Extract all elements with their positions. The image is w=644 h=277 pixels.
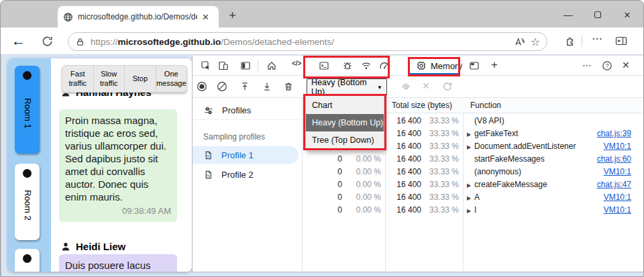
globe-icon <box>63 12 73 22</box>
elements-code-icon[interactable]: </> <box>292 60 301 67</box>
favorite-star-icon[interactable]: ☆ <box>531 36 540 48</box>
refresh-icon <box>442 81 453 92</box>
fast-traffic-button[interactable]: Fast traffic <box>62 66 94 92</box>
source-link[interactable]: VM10:1 <box>604 204 631 217</box>
browser-tab[interactable]: microsoftedge.github.io/Demos/de ✕ <box>58 6 219 27</box>
sampling-profiles-label: Sampling profiles <box>203 132 265 142</box>
message-author: Heidi Liew <box>60 241 125 252</box>
maximize-button[interactable] <box>588 7 608 22</box>
bug-icon[interactable] <box>342 60 353 71</box>
profiles-header[interactable]: Profiles <box>193 101 302 120</box>
profile-doc-icon: % <box>203 150 213 160</box>
address-bar[interactable]: https://microsoftedge.github.io/Demos/de… <box>68 32 547 51</box>
expander-icon: ▶ <box>467 205 471 217</box>
record-heap-icon[interactable] <box>197 81 207 92</box>
profiles-sidebar: Profiles Sampling profiles % Profile 1 %… <box>193 98 302 271</box>
save-profile-icon[interactable] <box>262 81 272 92</box>
room-tab-1[interactable]: Room 1 <box>15 66 40 154</box>
minimize-button[interactable]: — <box>558 7 578 22</box>
console-icon[interactable] <box>319 60 329 71</box>
room-tab-2[interactable]: Room 2 <box>15 164 40 240</box>
new-tab-button[interactable]: + <box>229 9 236 21</box>
expander-icon: ▶ <box>467 192 471 205</box>
grid-row[interactable]: 00.00 % 16 40033.33 % ▶createFakeMessage… <box>303 178 644 191</box>
toolbar-divider <box>258 60 258 71</box>
back-button[interactable]: ← <box>11 33 25 49</box>
unread-dot <box>23 254 32 263</box>
column-header-function[interactable]: Function <box>470 101 501 110</box>
room-tab-3[interactable] <box>15 249 40 272</box>
tab-close-icon[interactable]: ✕ <box>202 13 209 21</box>
performance-gauge-icon[interactable] <box>379 60 390 71</box>
panel-layout-icon[interactable] <box>469 60 480 71</box>
view-selector-menu: Chart Heavy (Bottom Up) Tree (Top Down) <box>305 95 384 151</box>
inspect-icon[interactable] <box>201 60 211 71</box>
expander-icon: ▶ <box>467 179 471 192</box>
browser-toolbar: ← https://microsoftedge.github.io/Demos/… <box>1 27 644 55</box>
chat-column: Hannah Haynes Fast traffic Slow traffic … <box>51 58 192 272</box>
url-text: https://microsoftedge.github.io/Demos/de… <box>91 37 508 47</box>
source-link[interactable]: VM10:1 <box>604 191 631 204</box>
active-tab-underline <box>410 73 458 75</box>
one-message-button[interactable]: One message <box>156 66 187 92</box>
unread-dot <box>23 169 32 178</box>
chat-app-card: Room 1 Room 2 Hannah Haynes Fast traffic <box>8 58 192 272</box>
devtools-tabbar: </> <box>193 56 644 76</box>
read-aloud-icon[interactable] <box>514 37 525 47</box>
lock-icon <box>75 37 85 47</box>
devtools-close-icon[interactable]: ✕ <box>622 60 630 70</box>
devtools-menu-icon[interactable]: ⋯ <box>582 60 592 70</box>
source-link[interactable]: chat.js:60 <box>597 153 631 166</box>
source-link[interactable]: chat.js:47 <box>597 178 631 191</box>
device-emulation-icon[interactable] <box>218 60 229 71</box>
memory-chip-icon <box>416 60 427 71</box>
browser-window: microsoftedge.github.io/Demos/de ✕ + — ✕… <box>0 0 644 277</box>
expander-icon: ▶ <box>467 141 471 154</box>
network-wifi-icon[interactable] <box>361 60 372 71</box>
dock-side-icon[interactable] <box>240 60 251 71</box>
chevron-down-icon: ▼ <box>377 85 382 91</box>
tab-title: microsoftedge.github.io/Demos/de <box>78 12 197 21</box>
load-profile-icon[interactable] <box>239 81 250 92</box>
sliders-icon <box>203 105 214 116</box>
toolbar-divider <box>582 35 582 47</box>
stop-button[interactable]: Stop <box>125 66 156 92</box>
message-timestamp: 09:38:49 AM <box>65 205 171 217</box>
source-link[interactable]: VM10:1 <box>604 166 631 178</box>
person-icon <box>60 241 71 252</box>
view-selector-dropdown[interactable]: Heavy (Bottom Up) ▼ <box>307 78 387 96</box>
svg-text:%: % <box>207 154 210 158</box>
profile-doc-icon: % <box>203 170 213 180</box>
page-background: Room 1 Room 2 Hannah Haynes Fast traffic <box>1 55 644 277</box>
reload-button[interactable] <box>41 35 54 48</box>
menu-item-chart[interactable]: Chart <box>306 97 384 114</box>
sidebar-toggle-icon[interactable] <box>615 36 627 46</box>
svg-text:%: % <box>207 174 210 178</box>
clear-all-icon[interactable] <box>217 81 227 92</box>
column-header-total[interactable]: Total size (bytes) <box>392 101 452 110</box>
menu-item-tree[interactable]: Tree (Top Down) <box>306 131 384 149</box>
browser-menu-icon[interactable]: ⋯ <box>592 32 603 45</box>
menu-item-heavy[interactable]: Heavy (Bottom Up) <box>306 114 384 131</box>
window-close-button[interactable]: ✕ <box>617 7 637 22</box>
eye-icon <box>400 81 411 92</box>
home-icon[interactable] <box>266 60 277 71</box>
expander-icon: ▶ <box>467 128 471 141</box>
grid-row[interactable]: 00.00 % 16 40033.33 % ▶I VM10:1 <box>303 204 644 217</box>
grid-row[interactable]: 00.00 % 16 40033.33 % startFakeMessages … <box>303 153 644 166</box>
slow-traffic-button[interactable]: Slow traffic <box>94 66 125 92</box>
profile-item-2[interactable]: % Profile 2 <box>193 166 299 183</box>
traffic-buttons: Fast traffic Slow traffic Stop One messa… <box>62 65 187 93</box>
grid-row[interactable]: 00.00 % 16 40033.33 % (anonymous) VM10:1 <box>303 166 644 178</box>
help-icon[interactable]: ? <box>602 60 612 71</box>
more-tools-plus-icon[interactable]: + <box>491 58 498 72</box>
source-link[interactable]: VM10:1 <box>604 140 631 153</box>
memory-toolbar: Heavy (Bottom Up) ▼ ✕ <box>193 76 644 98</box>
delete-profile-icon[interactable] <box>283 81 294 92</box>
message-bubble: Proin massa magna, tristique ac eros sed… <box>59 109 177 222</box>
source-link[interactable]: chat.js:39 <box>597 127 631 140</box>
message-bubble: Duis posuere lacus <box>59 254 177 272</box>
profile-item-1[interactable]: % Profile 1 <box>193 146 299 164</box>
extensions-puzzle-icon[interactable] <box>564 36 576 47</box>
grid-row[interactable]: 00.00 % 16 40033.33 % ▶A VM10:1 <box>303 191 644 204</box>
